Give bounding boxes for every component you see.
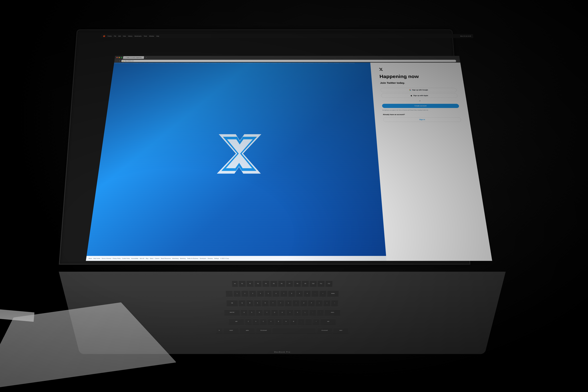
footer-advertising[interactable]: Advertising [172, 258, 179, 259]
key-command-right[interactable]: ⌘ command [317, 328, 332, 333]
footer-accessibility[interactable]: Accessibility [131, 258, 138, 259]
key-m[interactable]: M [290, 319, 297, 324]
key-option-right[interactable]: option [333, 328, 349, 333]
footer-privacy[interactable]: Privacy Policy [112, 258, 121, 259]
key-shift-right[interactable]: shift [320, 319, 336, 324]
key-tab[interactable]: tab [226, 300, 238, 306]
key-f3[interactable]: F3 [254, 280, 262, 286]
key-semicolon[interactable]: ; [309, 310, 316, 315]
footer-developers[interactable]: Developers [200, 258, 206, 259]
key-f[interactable]: F [264, 310, 270, 315]
key-backtick[interactable]: ` [226, 290, 233, 296]
key-shift-left[interactable]: shift [228, 319, 244, 324]
refresh-button[interactable]: ↻ [119, 60, 120, 62]
key-space[interactable] [272, 328, 316, 333]
key-3[interactable]: 3 [249, 290, 256, 296]
key-comma[interactable]: , [298, 319, 304, 324]
create-account-button[interactable]: Create account [382, 104, 459, 108]
key-b[interactable]: B [275, 319, 282, 324]
key-s[interactable]: S [248, 310, 255, 315]
key-t[interactable]: T [270, 300, 276, 306]
footer-marketing[interactable]: Marketing [180, 258, 186, 259]
key-slash[interactable]: / [313, 319, 320, 324]
key-c[interactable]: C [260, 319, 267, 324]
key-h[interactable]: H [279, 310, 286, 315]
menu-history[interactable]: History [128, 35, 132, 37]
key-f8[interactable]: F8 [294, 280, 301, 286]
key-i[interactable]: I [292, 300, 300, 306]
footer-settings[interactable]: Settings [214, 258, 219, 259]
key-backslash[interactable]: \ [331, 300, 338, 306]
menu-window[interactable]: Window [149, 35, 154, 37]
key-return[interactable]: return [324, 310, 340, 315]
key-equals[interactable]: = [319, 290, 326, 296]
active-tab[interactable]: ✕ Twitter. It's what's happening... [123, 56, 144, 59]
menu-tools[interactable]: Tools [144, 35, 147, 37]
footer-ads[interactable]: Ads info [140, 258, 144, 259]
key-f6[interactable]: F6 [278, 280, 285, 286]
key-f9[interactable]: F9 [302, 280, 309, 286]
apple-signup-button[interactable]: Sign up with Apple [381, 94, 458, 98]
key-f2[interactable]: F2 [246, 280, 254, 286]
key-y[interactable]: Y [277, 300, 284, 306]
footer-directory[interactable]: Directory [208, 258, 213, 259]
key-o[interactable]: O [300, 300, 307, 306]
google-signup-button[interactable]: Sign up with Google [380, 88, 457, 92]
key-2[interactable]: 2 [241, 290, 248, 296]
key-control[interactable]: control [223, 328, 239, 333]
key-k[interactable]: K [294, 310, 301, 315]
menu-bookmarks[interactable]: Bookmarks [134, 35, 142, 37]
key-lbracket[interactable]: [ [316, 300, 323, 306]
key-g[interactable]: G [271, 310, 278, 315]
menu-edit[interactable]: Edit [118, 35, 121, 37]
key-q[interactable]: Q [238, 300, 246, 306]
address-bar[interactable]: 🔒 https://twitter.com [121, 60, 456, 62]
footer-brand[interactable]: Brand Resources [161, 258, 171, 259]
key-x[interactable]: X [252, 319, 259, 324]
key-n[interactable]: N [283, 319, 290, 324]
key-period[interactable]: . [305, 319, 312, 324]
key-fn[interactable]: fn [216, 328, 223, 333]
signin-button[interactable]: Sign in [383, 118, 462, 122]
key-7[interactable]: 7 [280, 290, 287, 296]
footer-blog[interactable]: Blog [146, 258, 148, 259]
footer-tos[interactable]: Terms of Service [102, 258, 111, 259]
key-f5[interactable]: F5 [270, 280, 277, 286]
footer-help[interactable]: Help Center [93, 258, 100, 259]
key-a[interactable]: A [240, 310, 248, 315]
menu-view[interactable]: View [123, 35, 126, 37]
key-f4[interactable]: F4 [262, 280, 270, 286]
key-z[interactable]: Z [245, 319, 252, 324]
key-r[interactable]: R [262, 300, 269, 306]
apple-menu[interactable]: 🍎 [103, 35, 105, 37]
maximize-button[interactable] [121, 57, 122, 58]
key-d[interactable]: D [256, 310, 263, 315]
footer-cookie[interactable]: Cookie Policy [122, 258, 130, 259]
key-4[interactable]: 4 [257, 290, 264, 296]
key-f10[interactable]: F10 [310, 280, 317, 286]
key-j[interactable]: J [286, 310, 293, 315]
key-l[interactable]: L [302, 310, 308, 315]
key-command-left[interactable]: ⌘ command [256, 328, 271, 333]
footer-status[interactable]: Status [150, 258, 154, 259]
menu-help[interactable]: Help [156, 35, 159, 37]
forward-button[interactable]: › [117, 60, 118, 62]
key-caps[interactable]: caps lock [224, 310, 240, 315]
close-button[interactable] [116, 57, 118, 58]
key-e[interactable]: E [254, 300, 261, 306]
key-f1[interactable]: F1 [238, 280, 246, 286]
menu-firefox[interactable]: Firefox [108, 35, 112, 37]
key-u[interactable]: U [285, 300, 292, 306]
key-esc[interactable]: esc [232, 280, 238, 286]
key-p[interactable]: P [308, 300, 315, 306]
key-1[interactable]: 1 [234, 290, 240, 296]
footer-careers[interactable]: Careers [155, 258, 160, 259]
key-f11[interactable]: F11 [318, 280, 325, 286]
key-8[interactable]: 8 [288, 290, 295, 296]
key-minus[interactable]: - [312, 290, 318, 296]
key-quote[interactable]: ' [317, 310, 324, 315]
minimize-button[interactable] [118, 57, 120, 58]
menu-file[interactable]: File [114, 35, 116, 37]
bookmark-icon[interactable]: ☆ [457, 60, 459, 62]
new-tab-button[interactable]: + [146, 57, 147, 58]
